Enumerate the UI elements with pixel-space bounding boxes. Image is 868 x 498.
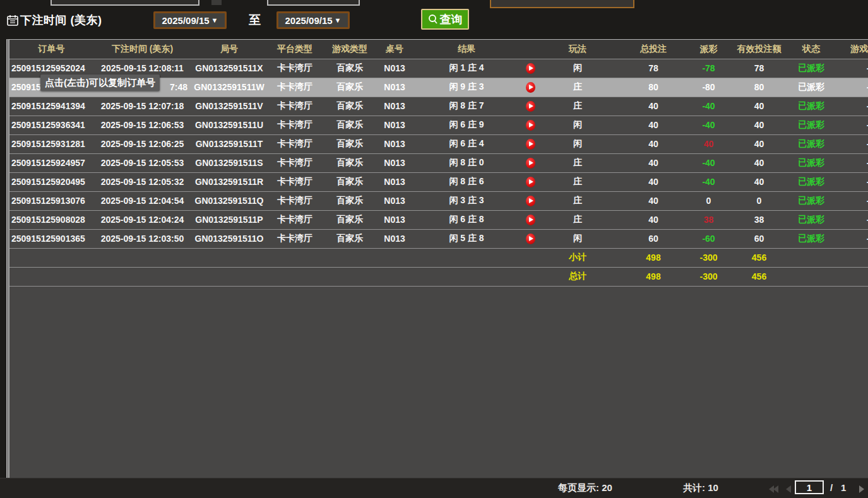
cell-empty <box>412 248 521 267</box>
cell-table_no: N013 <box>377 210 412 229</box>
cell-payout: -78 <box>691 59 726 78</box>
column-header-play <box>521 40 540 59</box>
cell-game: 百家乐 <box>323 134 377 153</box>
table-row[interactable]: 2509151259080282025-09-15 12:04:24GN0132… <box>9 210 868 229</box>
table-row[interactable]: 2509151259204952025-09-15 12:05:32GN0132… <box>9 172 868 191</box>
cell-total: 40 <box>615 153 691 172</box>
cell-play <box>521 116 540 134</box>
left-arrow-icon <box>786 485 791 493</box>
cell-empty <box>323 248 377 267</box>
double-left-arrow-icon <box>773 485 778 493</box>
cell-round: GN0132591511R <box>191 172 267 191</box>
cell-mode: - <box>830 78 868 97</box>
cell-empty <box>830 248 868 267</box>
cell-valid: 0 <box>726 191 792 210</box>
table-row[interactable]: 2509151259363412025-09-15 12:06:53GN0132… <box>9 116 868 134</box>
table-row[interactable]: 2509151259130762025-09-15 12:04:54GN0132… <box>9 191 868 210</box>
cell-bet: 庄 <box>540 172 615 191</box>
cell-status: 已派彩 <box>792 172 830 191</box>
cell-game: 百家乐 <box>323 229 377 248</box>
query-button[interactable]: 查询 <box>421 9 469 30</box>
cell-status: 已派彩 <box>792 210 830 229</box>
calendar-icon <box>7 15 18 26</box>
cell-status: 已派彩 <box>792 59 830 78</box>
table-row[interactable]: 2509151259013652025-09-15 12:03:50GN0132… <box>9 229 868 248</box>
play-video-icon[interactable] <box>526 101 535 112</box>
cell-play <box>521 59 540 78</box>
to-date-picker[interactable]: 2025/09/15 ▼ <box>276 11 350 29</box>
cell-payout: -40 <box>691 153 726 172</box>
page-size-label: 每页显示: 20 <box>558 482 612 494</box>
search-icon <box>428 14 439 25</box>
cell-total: 40 <box>615 191 691 210</box>
cell-play <box>521 229 540 248</box>
play-video-icon[interactable] <box>526 234 535 244</box>
play-video-icon[interactable] <box>526 196 535 206</box>
play-video-icon[interactable] <box>526 215 535 225</box>
cell-platform: 卡卡湾厅 <box>267 191 323 210</box>
cell-empty <box>9 267 93 286</box>
cutoff-checkbox[interactable] <box>211 0 222 5</box>
cell-valid: 38 <box>726 210 792 229</box>
cell-result: 闲 5 庄 8 <box>412 229 521 248</box>
cutoff-input-2[interactable] <box>267 0 360 6</box>
betting-records-screen: 下注时间 (美东) 2025/09/15 ▼ 至 2025/09/15 ▼ 查询… <box>0 0 868 498</box>
column-header-platform-type: 平台类型 <box>267 40 323 59</box>
column-header-status: 状态 <box>792 40 830 59</box>
cell-platform: 卡卡湾厅 <box>267 210 323 229</box>
table-row[interactable]: 2509151259249572025-09-15 12:05:53GN0132… <box>9 153 868 172</box>
cell-status: 已派彩 <box>792 97 830 116</box>
cutoff-dropdown[interactable] <box>490 0 634 8</box>
cell-game: 百家乐 <box>323 191 377 210</box>
column-header-result: 结果 <box>412 40 521 59</box>
query-button-label: 查询 <box>440 12 463 27</box>
cell-bet: 庄 <box>540 97 615 116</box>
table-row[interactable]: 2509151259413942025-09-15 12:07:18GN0132… <box>9 97 868 116</box>
cell-platform: 卡卡湾厅 <box>267 229 323 248</box>
cell-valid: 40 <box>726 134 792 153</box>
cell-platform: 卡卡湾厅 <box>267 97 323 116</box>
cell-empty <box>267 267 323 286</box>
column-header-payout: 派彩 <box>691 40 726 59</box>
play-video-icon[interactable] <box>526 177 535 187</box>
cell-round: GN0132591511U <box>191 116 267 134</box>
cell-table_no: N013 <box>377 153 412 172</box>
prev-page-button[interactable] <box>786 484 791 495</box>
cell-table_no: N013 <box>377 191 412 210</box>
current-page-input[interactable] <box>795 480 824 494</box>
cell-status: 已派彩 <box>792 191 830 210</box>
play-video-icon[interactable] <box>526 82 535 93</box>
next-page-button[interactable] <box>859 484 864 495</box>
cell-game: 百家乐 <box>323 210 377 229</box>
column-header-game-type: 游戏类型 <box>323 40 377 59</box>
cell-empty <box>93 267 191 286</box>
cell-play <box>521 172 540 191</box>
play-video-icon[interactable] <box>526 63 535 74</box>
play-video-icon[interactable] <box>526 120 535 131</box>
cell-play <box>521 153 540 172</box>
total-row-valid: 456 <box>726 267 792 286</box>
cell-order: 250915125936341 <box>9 116 93 134</box>
table-row[interactable]: 2509151259312812025-09-15 12:06:25GN0132… <box>9 134 868 153</box>
cell-bet: 闲 <box>540 59 615 78</box>
cell-play <box>521 191 540 210</box>
cell-time: 2025-09-15 12:07:18 <box>93 97 191 116</box>
from-date-picker[interactable]: 2025/09/15 ▼ <box>153 11 227 29</box>
cell-total: 60 <box>615 229 691 248</box>
cell-platform: 卡卡湾厅 <box>267 78 323 97</box>
cell-platform: 卡卡湾厅 <box>267 153 323 172</box>
subtotal-row: 小计498-300456 <box>9 248 868 267</box>
cell-mode: - <box>830 59 868 78</box>
first-page-button[interactable] <box>769 484 778 495</box>
cell-status: 已派彩 <box>792 134 830 153</box>
cell-round: GN0132591511V <box>191 97 267 116</box>
cell-mode: - <box>830 116 868 134</box>
play-video-icon[interactable] <box>526 158 535 169</box>
total-row-total: 498 <box>615 267 691 286</box>
cutoff-input-1[interactable] <box>51 0 199 6</box>
cell-empty <box>792 248 830 267</box>
cell-table_no: N013 <box>377 134 412 153</box>
cell-bet: 庄 <box>540 191 615 210</box>
play-video-icon[interactable] <box>526 139 535 150</box>
cell-play <box>521 97 540 116</box>
